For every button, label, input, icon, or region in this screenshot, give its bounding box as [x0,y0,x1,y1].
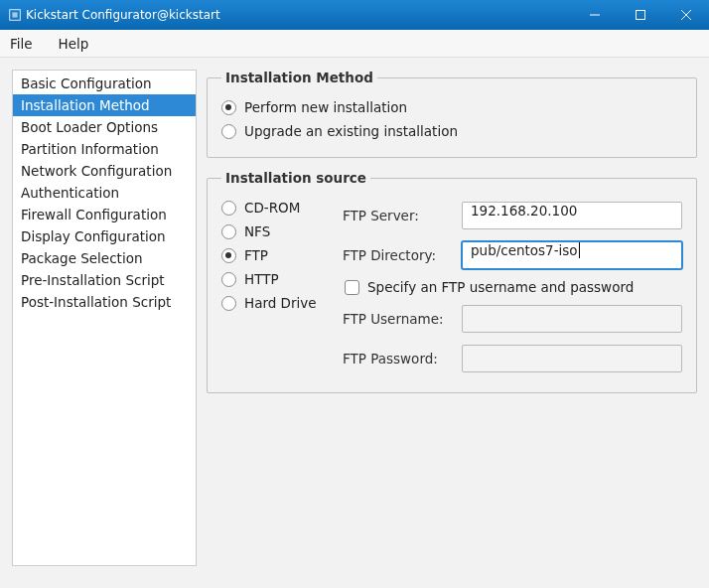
sidebar-item-network-configuration[interactable]: Network Configuration [13,160,196,182]
ftp-credentials-checkbox[interactable]: Specify an FTP username and password [343,275,682,299]
radio-label: Upgrade an existing installation [244,123,458,139]
menu-help[interactable]: Help [55,34,93,54]
ftp-directory-input[interactable]: pub/centos7-iso [462,241,682,269]
checkbox-icon [345,280,359,295]
radio-hard-drive[interactable]: Hard Drive [221,291,331,315]
radio-icon [221,296,236,311]
ftp-server-label: FTP Server: [343,208,452,223]
close-button[interactable] [663,0,709,30]
sidebar-item-pre-installation-script[interactable]: Pre-Installation Script [13,269,196,291]
sidebar-item-boot-loader-options[interactable]: Boot Loader Options [13,116,196,138]
maximize-button[interactable] [618,0,663,30]
main-panel: Installation Method Perform new installa… [207,70,697,566]
ftp-directory-label: FTP Directory: [343,247,452,263]
radio-cdrom[interactable]: CD-ROM [221,196,331,220]
sidebar-item-firewall-configuration[interactable]: Firewall Configuration [13,204,196,225]
installation-method-group: Installation Method Perform new installa… [207,70,697,158]
radio-icon [221,124,236,139]
radio-icon [221,100,236,115]
radio-ftp[interactable]: FTP [221,243,331,267]
sidebar-item-authentication[interactable]: Authentication [13,182,196,204]
sidebar-item-installation-method[interactable]: Installation Method [13,94,196,116]
radio-label: HTTP [244,271,279,287]
sidebar-item-post-installation-script[interactable]: Post-Installation Script [13,291,196,313]
source-options: CD-ROM NFS FTP HTTP [221,196,331,378]
installation-source-group: Installation source CD-ROM NFS FTP [207,170,697,393]
window-title: Kickstart Configurator@kickstart [22,8,572,22]
radio-label: CD-ROM [244,200,300,216]
svg-rect-1 [12,12,17,17]
ftp-username-label: FTP Username: [343,311,452,327]
radio-label: FTP [244,247,268,263]
app-icon [8,8,22,22]
installation-method-legend: Installation Method [221,70,377,85]
radio-nfs[interactable]: NFS [221,220,331,243]
ftp-username-input[interactable] [462,305,682,333]
sidebar: Basic Configuration Installation Method … [12,70,197,566]
titlebar: Kickstart Configurator@kickstart [0,0,709,30]
ftp-password-label: FTP Password: [343,351,452,367]
svg-rect-3 [637,11,645,20]
menu-file[interactable]: File [6,34,37,54]
radio-label: NFS [244,223,270,239]
sidebar-item-package-selection[interactable]: Package Selection [13,247,196,269]
radio-upgrade-existing-installation[interactable]: Upgrade an existing installation [221,119,682,143]
radio-label: Perform new installation [244,99,407,115]
menubar: File Help [0,30,709,58]
sidebar-item-display-configuration[interactable]: Display Configuration [13,225,196,247]
content-area: Basic Configuration Installation Method … [0,58,709,578]
checkbox-label: Specify an FTP username and password [367,279,634,295]
sidebar-item-basic-configuration[interactable]: Basic Configuration [13,73,196,94]
radio-icon [221,224,236,239]
radio-label: Hard Drive [244,295,317,311]
installation-source-legend: Installation source [221,170,370,186]
sidebar-item-partition-information[interactable]: Partition Information [13,138,196,160]
ftp-password-input[interactable] [462,345,682,372]
radio-icon [221,272,236,287]
source-fields: FTP Server: 192.168.20.100 FTP Directory… [343,196,682,378]
minimize-button[interactable] [572,0,618,30]
ftp-server-input[interactable]: 192.168.20.100 [462,202,682,229]
window-controls [572,0,709,30]
radio-perform-new-installation[interactable]: Perform new installation [221,95,682,119]
radio-http[interactable]: HTTP [221,267,331,291]
radio-icon [221,201,236,216]
radio-icon [221,248,236,263]
